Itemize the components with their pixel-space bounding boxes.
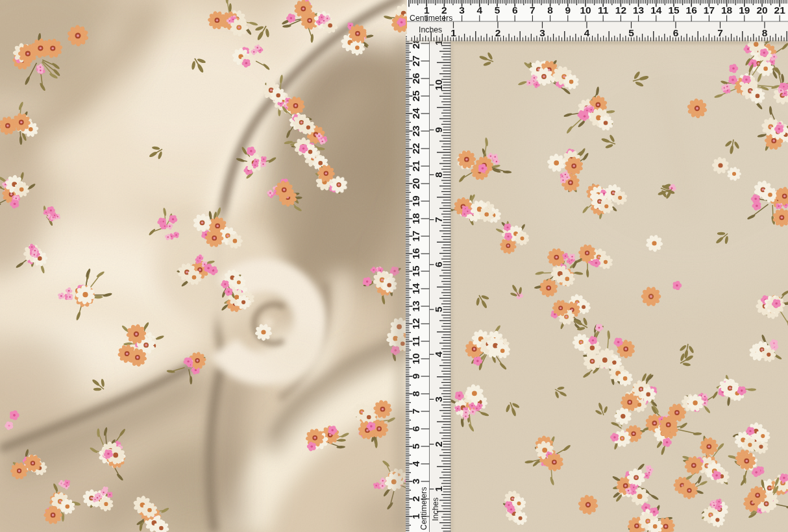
svg-text:13: 13	[633, 5, 645, 16]
svg-text:4: 4	[584, 27, 590, 38]
svg-text:3: 3	[459, 5, 465, 16]
svg-text:14: 14	[650, 5, 662, 16]
svg-text:19: 19	[410, 195, 421, 207]
svg-text:17: 17	[410, 230, 421, 241]
svg-text:6: 6	[433, 261, 444, 267]
svg-text:20: 20	[756, 5, 767, 16]
svg-text:19: 19	[739, 5, 750, 16]
svg-text:1: 1	[450, 27, 456, 38]
svg-text:27: 27	[410, 55, 421, 66]
svg-text:5: 5	[628, 27, 634, 38]
svg-text:4: 4	[433, 352, 444, 357]
svg-text:6: 6	[410, 426, 421, 431]
svg-text:26: 26	[410, 73, 421, 84]
svg-text:5: 5	[433, 306, 444, 312]
svg-text:2: 2	[495, 27, 501, 38]
svg-text:2: 2	[433, 441, 444, 447]
svg-text:23: 23	[410, 125, 421, 137]
svg-text:8: 8	[762, 27, 768, 38]
svg-text:6: 6	[512, 5, 518, 16]
svg-text:24: 24	[410, 108, 421, 119]
svg-text:7: 7	[410, 409, 421, 415]
svg-text:21: 21	[410, 160, 421, 172]
svg-text:9: 9	[565, 5, 571, 16]
svg-text:16: 16	[410, 248, 421, 260]
svg-text:4: 4	[410, 461, 421, 466]
svg-text:Centimeters: Centimeters	[410, 14, 452, 23]
svg-text:6: 6	[673, 27, 679, 38]
svg-text:5: 5	[495, 5, 500, 16]
svg-text:15: 15	[668, 5, 680, 16]
svg-text:20: 20	[410, 178, 421, 189]
svg-text:12: 12	[410, 318, 421, 329]
svg-text:10: 10	[433, 79, 444, 90]
svg-text:9: 9	[433, 127, 444, 133]
svg-text:3: 3	[433, 396, 444, 402]
svg-text:11: 11	[598, 5, 609, 16]
svg-text:1: 1	[433, 486, 444, 492]
svg-text:21: 21	[774, 5, 786, 16]
svg-text:5: 5	[410, 443, 421, 449]
svg-text:4: 4	[476, 5, 482, 16]
svg-text:13: 13	[410, 300, 421, 312]
svg-text:Inches: Inches	[419, 25, 442, 34]
svg-text:7: 7	[530, 5, 536, 16]
svg-text:25: 25	[410, 90, 421, 102]
svg-text:10: 10	[410, 353, 421, 364]
svg-text:8: 8	[547, 5, 553, 16]
svg-text:3: 3	[539, 27, 545, 38]
svg-text:18: 18	[721, 5, 733, 16]
svg-text:22: 22	[410, 143, 421, 154]
svg-text:7: 7	[717, 27, 723, 38]
svg-text:10: 10	[580, 5, 591, 16]
svg-text:17: 17	[704, 5, 715, 16]
svg-text:14: 14	[410, 283, 421, 295]
svg-text:9: 9	[410, 373, 421, 379]
svg-text:Inches: Inches	[431, 498, 440, 521]
svg-text:3: 3	[410, 478, 421, 484]
svg-text:8: 8	[433, 172, 444, 178]
svg-text:7: 7	[433, 217, 444, 223]
svg-text:15: 15	[410, 265, 421, 277]
svg-text:Centimeters: Centimeters	[419, 487, 428, 530]
svg-text:8: 8	[410, 391, 421, 396]
svg-text:18: 18	[410, 213, 421, 224]
svg-text:12: 12	[615, 5, 626, 16]
svg-text:16: 16	[686, 5, 698, 16]
svg-text:11: 11	[410, 335, 421, 346]
